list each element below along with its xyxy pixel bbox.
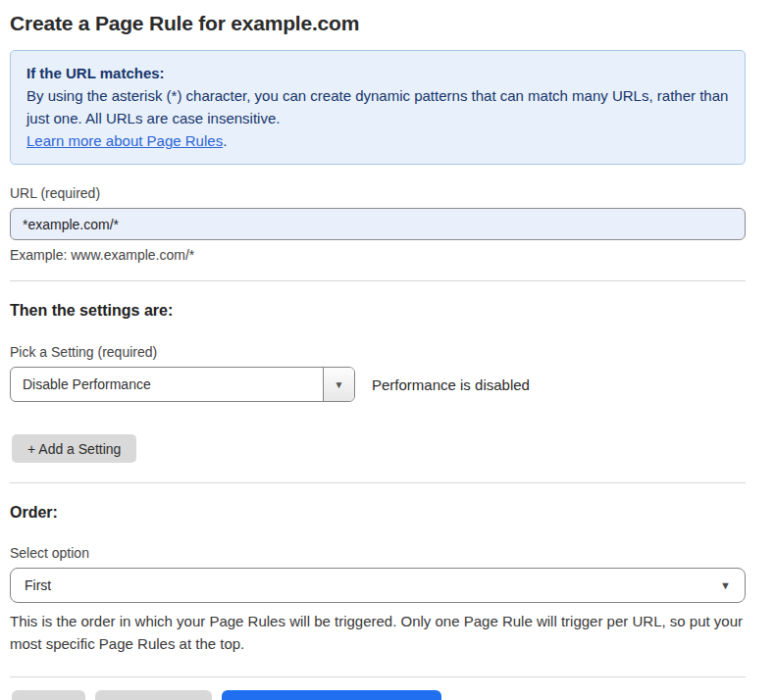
settings-section-heading: Then the settings are:	[10, 302, 746, 320]
setting-dropdown-value: Disable Performance	[11, 368, 323, 401]
order-section-heading: Order:	[10, 504, 746, 522]
form-actions: Cancel Save as Draft Save and Deploy Pag…	[12, 690, 746, 700]
info-box-link-line: Learn more about Page Rules.	[26, 129, 729, 152]
chevron-down-icon: ▼	[720, 579, 731, 591]
setting-row: Disable Performance ▼ Performance is dis…	[10, 367, 746, 402]
cancel-button[interactable]: Cancel	[12, 690, 85, 700]
url-input[interactable]	[10, 208, 746, 240]
divider	[10, 482, 746, 483]
setting-dropdown[interactable]: Disable Performance ▼	[10, 367, 355, 402]
setting-status-text: Performance is disabled	[372, 376, 530, 393]
url-example-text: Example: www.example.com/*	[10, 247, 746, 263]
add-setting-button[interactable]: + Add a Setting	[12, 434, 136, 463]
link-period: .	[223, 132, 227, 149]
url-field-label: URL (required)	[10, 185, 746, 201]
chevron-down-icon: ▼	[335, 379, 344, 390]
setting-picker-label: Pick a Setting (required)	[10, 344, 746, 360]
info-box-heading: If the URL matches:	[26, 62, 729, 84]
dropdown-arrow-button[interactable]: ▼	[323, 368, 354, 401]
order-select-label: Select option	[10, 545, 746, 561]
save-and-deploy-button[interactable]: Save and Deploy Page Rule	[222, 690, 441, 700]
page-rule-form: Create a Page Rule for example.com If th…	[0, 0, 775, 700]
divider	[10, 676, 746, 677]
order-select[interactable]: First ▼	[10, 568, 746, 603]
page-title: Create a Page Rule for example.com	[10, 12, 746, 35]
url-match-info-box: If the URL matches: By using the asteris…	[10, 50, 746, 165]
order-help-text: This is the order in which your Page Rul…	[10, 610, 746, 655]
learn-more-link[interactable]: Learn more about Page Rules	[26, 132, 223, 149]
divider	[10, 280, 746, 281]
info-box-body: By using the asterisk (*) character, you…	[26, 84, 729, 129]
order-select-value: First	[25, 577, 51, 593]
save-as-draft-button[interactable]: Save as Draft	[95, 690, 212, 700]
